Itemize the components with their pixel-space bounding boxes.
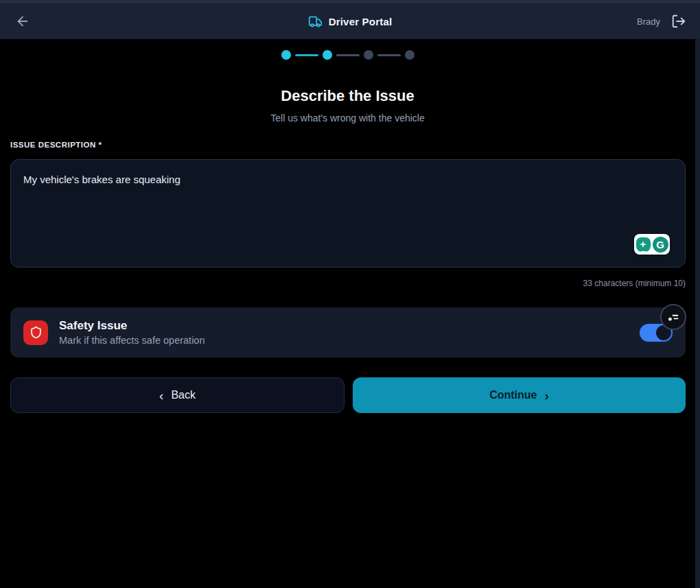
stepper: [0, 49, 695, 60]
step-connector-2: [336, 54, 360, 56]
chevron-left-icon: ‹: [159, 389, 163, 402]
logout-icon: [671, 14, 686, 29]
grammarly-suggestion-bulb-icon[interactable]: +: [636, 237, 651, 252]
scrollbar-track[interactable]: [695, 39, 700, 588]
step-dot-2: [323, 50, 332, 60]
step-dot-3: [364, 50, 373, 60]
page-title: Describe the Issue: [0, 87, 695, 105]
page-subtitle: Tell us what's wrong with the vehicle: [0, 113, 695, 124]
header: Driver Portal Brady: [0, 3, 700, 39]
header-title-group: Driver Portal: [0, 3, 700, 39]
back-button-label: Back: [171, 389, 196, 401]
step-connector-3: [377, 54, 401, 56]
issue-description-input[interactable]: My vehicle's brakes are squeaking: [10, 159, 686, 268]
step-dot-1: [281, 50, 291, 60]
issue-description-wrap: My vehicle's brakes are squeaking + G: [10, 159, 686, 268]
continue-button-label: Continue: [489, 389, 537, 401]
step-connector-1: [295, 54, 318, 56]
issue-description-label: ISSUE DESCRIPTION *: [10, 141, 102, 149]
character-count: 33 characters (minimum 10): [10, 279, 686, 288]
driver-portal-app: Driver Portal Brady Describe the Issue T…: [0, 0, 700, 588]
plus-icon: +: [640, 239, 646, 249]
safety-issue-card: Safety Issue Mark if this affects safe o…: [10, 307, 686, 357]
truck-icon: [308, 14, 323, 29]
logout-button[interactable]: [671, 14, 686, 29]
chevron-right-icon: ›: [545, 389, 549, 402]
step-dot-4: [405, 50, 415, 60]
safety-title: Safety Issue: [59, 319, 205, 333]
continue-button[interactable]: Continue ›: [353, 377, 686, 413]
safety-text-group: Safety Issue Mark if this affects safe o…: [59, 319, 205, 346]
app-title: Driver Portal: [329, 16, 393, 27]
grammarly-extension-widget[interactable]: + G: [634, 234, 670, 255]
action-buttons: ‹ Back Continue ›: [10, 377, 686, 413]
header-back-button[interactable]: [14, 12, 32, 30]
arrow-left-icon: [15, 14, 30, 29]
shield-icon: [23, 320, 48, 345]
grammarly-logo-icon[interactable]: G: [653, 237, 668, 252]
back-button[interactable]: ‹ Back: [10, 377, 345, 413]
username: Brady: [637, 16, 660, 27]
safety-subtitle: Mark if this affects safe operation: [59, 335, 205, 346]
extension-overlay-icon[interactable]: [660, 304, 686, 330]
header-right: Brady: [637, 14, 686, 29]
